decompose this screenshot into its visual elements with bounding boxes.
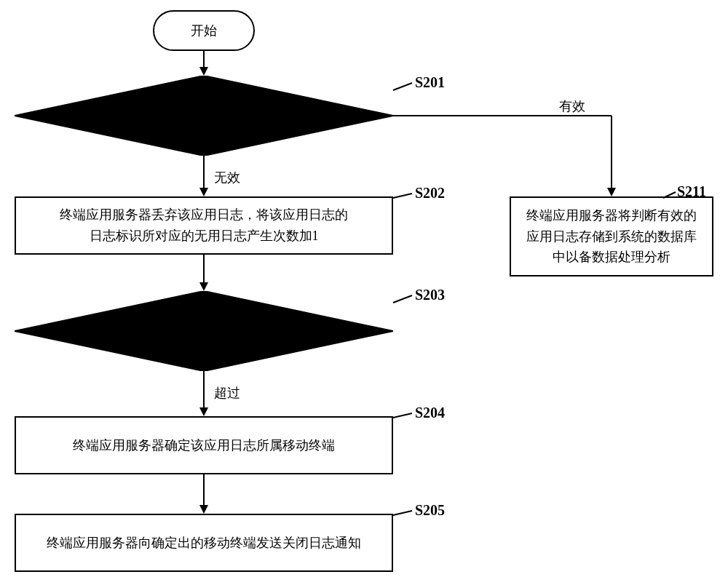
pr-line2: 应用日志存储到系统的数据库 <box>526 229 697 244</box>
label-exceed: 超过 <box>214 384 240 402</box>
step-s204: S204 <box>415 405 445 421</box>
svg-marker-9 <box>199 407 208 416</box>
step-s202: S202 <box>415 185 445 202</box>
step-s203: S203 <box>415 287 445 303</box>
svg-line-15 <box>393 83 412 90</box>
p3-text: 终端应用服务器向确定出的移动终端发送关闭日志通知 <box>47 533 361 554</box>
d1-line1: 终端应用服务器根据预定的 <box>125 96 282 116</box>
decision-threshold: 终端应用服务器判断该应用日志的 无用日志产生次数是否超过设定阈值？ <box>15 291 393 371</box>
svg-marker-5 <box>199 188 208 196</box>
svg-marker-7 <box>199 282 208 291</box>
pr-line3: 中以备数据处理分析 <box>553 250 670 264</box>
svg-line-19 <box>393 511 412 515</box>
p1-line2: 日志标识所对应的无用日志产生次数加1 <box>90 228 319 243</box>
start-label: 开始 <box>191 20 217 41</box>
label-invalid: 无效 <box>214 169 240 186</box>
svg-line-17 <box>393 295 412 303</box>
svg-marker-3 <box>199 67 208 76</box>
start-node: 开始 <box>153 10 255 51</box>
svg-line-16 <box>393 194 412 198</box>
step-s201: S201 <box>415 74 445 91</box>
svg-marker-11 <box>199 505 208 514</box>
p2-text: 终端应用服务器确定该应用日志所属移动终端 <box>73 435 335 456</box>
d2-line1: 终端应用服务器判断该应用日志的 <box>106 311 302 331</box>
d2-line2: 无用日志产生次数是否超过设定阈值？ <box>92 331 315 351</box>
process-identify-terminal: 终端应用服务器确定该应用日志所属移动终端 <box>15 416 393 474</box>
process-store-valid-log: 终端应用服务器将判断有效的 应用日志存储到系统的数据库 中以备数据处理分析 <box>510 196 713 276</box>
svg-marker-14 <box>607 188 616 196</box>
p1-line1: 终端应用服务器丢弃该应用日志，将该应用日志的 <box>60 207 348 222</box>
d1-line2: 过滤规则，判断该应用日志是否无效？ <box>92 116 315 135</box>
step-s205: S205 <box>415 502 445 519</box>
step-s211: S211 <box>677 183 706 200</box>
svg-line-18 <box>393 413 412 418</box>
process-send-close-notification: 终端应用服务器向确定出的移动终端发送关闭日志通知 <box>15 514 393 572</box>
label-valid: 有效 <box>559 98 585 115</box>
pr-line1: 终端应用服务器将判断有效的 <box>526 208 697 223</box>
decision-invalid-rule: 终端应用服务器根据预定的 过滤规则，判断该应用日志是否无效？ <box>15 76 393 156</box>
process-discard-log: 终端应用服务器丢弃该应用日志，将该应用日志的 日志标识所对应的无用日志产生次数加… <box>15 196 393 255</box>
